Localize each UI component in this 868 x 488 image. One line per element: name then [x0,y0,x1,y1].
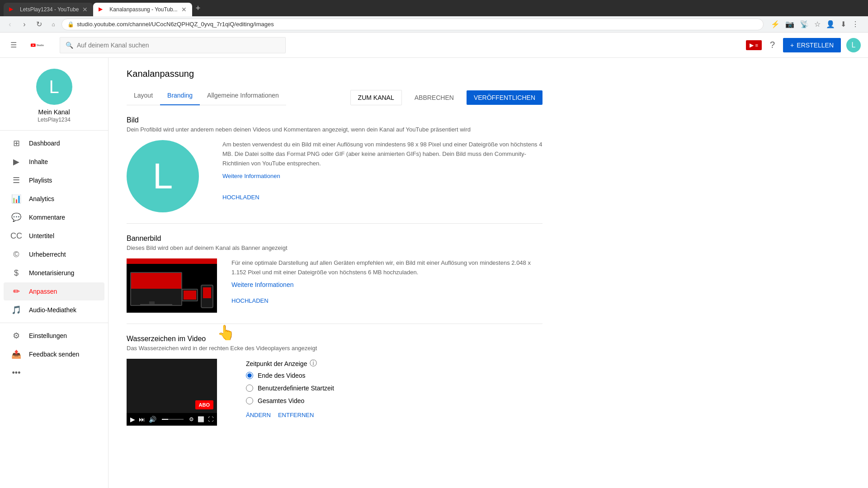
radio-benutzerdefiniert[interactable] [246,385,253,392]
back-button[interactable]: ‹ [4,18,16,31]
sidebar-item-inhalte[interactable]: ▶ Inhalte [4,153,104,171]
tab1-title: LetsPlay1234 - YouTube [20,6,79,13]
tab1-close[interactable]: ✕ [82,6,88,13]
menu-button[interactable]: ⋮ [850,18,861,30]
zum-kanal-button[interactable]: ZUM KANAL [350,90,402,105]
sidebar-item-audio[interactable]: 🎵 Audio-Mediathek [4,301,104,319]
sidebar-item-feedback[interactable]: 📤 Feedback senden [4,345,104,363]
bild-section: Bild Dein Profibild wird unter anderem n… [127,116,542,212]
hamburger-menu[interactable]: ☰ [7,39,20,52]
tab2-title: Kanalanpassung - YouTub... [109,6,177,13]
erstellen-label: ERSTELLEN [797,42,834,49]
content-area: Kanalanpassung Layout Branding Allgemein… [108,58,561,488]
bild-content: L Am besten verwendest du ein Bild mit e… [127,140,542,212]
sidebar-item-label-audio: Audio-Mediathek [29,306,76,314]
veroeffentlichen-button[interactable]: VERÖFFENTLICHEN [467,90,542,105]
sidebar-item-label-urheberrecht: Urheberrecht [29,251,66,258]
tab2-close[interactable]: ✕ [181,6,187,13]
wasserzeichen-actions: ÄNDERN ENTFERNEN [246,412,542,418]
entfernen-button[interactable]: ENTFERNEN [278,412,314,418]
banner-info-text: Für eine optimale Darstellung auf allen … [231,258,542,277]
banner-content: Für eine optimale Darstellung auf allen … [127,258,542,313]
video-skip-icon[interactable]: ⏭ [139,416,145,423]
sidebar-item-label-monetarisierung: Monetarisierung [29,269,74,277]
radio-ende-label: Ende des Videos [258,372,306,379]
download-button[interactable]: ⬇ [839,18,848,30]
browser-actions: ⚡ 📷 📡 ☆ 👤 ⬇ ⋮ [765,18,864,30]
video-settings-icon[interactable]: ⚙ [189,416,194,422]
radio-option-benutzerdefiniert[interactable]: Benutzerdefinierte Startzeit [246,385,542,392]
banner-upload-button[interactable]: HOCHLADEN [231,297,269,304]
channel-avatar-letter: L [49,77,59,97]
nav-divider-top [0,130,108,131]
aendern-button[interactable]: ÄNDERN [246,412,271,418]
sidebar-item-einstellungen[interactable]: ⚙ Einstellungen [4,327,104,345]
more-icon: ••• [11,367,22,378]
cast-button[interactable]: 📡 [798,18,811,30]
sidebar-item-urheberrecht[interactable]: © Urheberrecht [4,245,104,263]
avatar-letter: L [852,41,856,49]
wasserzeichen-title: Wasserzeichen im Video [127,335,542,343]
video-play-icon[interactable]: ▶ [130,416,135,423]
bild-upload-button[interactable]: HOCHLADEN [222,194,259,201]
sidebar-item-more[interactable]: ••• [4,364,104,382]
banner-more-link[interactable]: Weitere Informationen [231,281,293,288]
yt-logo: Studio [31,40,45,50]
new-tab-button[interactable]: + [192,4,204,13]
money-icon: $ [11,267,22,278]
user-avatar[interactable]: L [846,38,861,52]
timing-info-icon[interactable]: ⓘ [310,359,317,368]
sidebar-item-label-inhalte: Inhalte [29,158,48,165]
wasserzeichen-section: Wasserzeichen im Video Das Wasserzeichen… [127,335,542,426]
sidebar-item-monetarisierung[interactable]: $ Monetarisierung [4,264,104,282]
browser-tab-1[interactable]: ▶ LetsPlay1234 - YouTube ✕ [4,3,93,16]
radio-ende[interactable] [246,372,253,379]
tab-branding[interactable]: Branding [160,86,200,105]
yt-app: ☰ Studio 🔍 ▶ ≡ ? + ERSTELLEN L [0,33,868,488]
sidebar-item-analytics[interactable]: 📊 Analytics [4,190,104,208]
banner-preview-mockup [127,258,217,313]
abbrechen-button[interactable]: ABBRECHEN [407,90,461,105]
radio-gesamtes[interactable] [246,397,253,404]
video-icon: ▶ [11,156,22,167]
youtube-logo-icon: Studio [31,40,45,50]
audio-icon: 🎵 [11,305,22,315]
video-volume-icon[interactable]: 🔊 [149,416,156,423]
bild-desc: Dein Profibild wird unter anderem neben … [127,126,542,133]
browser-tab-2[interactable]: ▶ Kanalanpassung - YouTub... ✕ [93,3,192,16]
svg-text:Studio: Studio [37,43,44,46]
camera-button[interactable]: 📷 [783,18,796,30]
video-fullscreen-icon[interactable]: ⛶ [208,416,213,422]
page-actions: ZUM KANAL ABBRECHEN VERÖFFENTLICHEN [350,90,542,105]
bild-info: Am besten verwendest du ein Bild mit ein… [222,140,542,201]
bookmark-button[interactable]: ☆ [812,18,822,30]
tab-layout[interactable]: Layout [127,86,160,105]
profile-button[interactable]: 👤 [824,18,837,30]
extensions-button[interactable]: ⚡ [769,18,782,30]
search-bar[interactable]: 🔍 [60,37,286,53]
video-theater-icon[interactable]: ⬜ [198,416,204,422]
copyright-icon: © [11,249,22,260]
forward-button[interactable]: › [18,18,31,31]
sidebar-item-playlists[interactable]: ☰ Playlists [4,171,104,189]
sidebar-item-label-dashboard: Dashboard [29,140,60,147]
sidebar-item-dashboard[interactable]: ⊞ Dashboard [4,134,104,152]
tab-allgemeine[interactable]: Allgemeine Informationen [200,86,286,105]
yt-tv-button[interactable]: ▶ ≡ [746,40,762,50]
search-input[interactable] [77,42,280,49]
radio-option-ende[interactable]: Ende des Videos [246,372,542,379]
erstellen-button[interactable]: + ERSTELLEN [783,38,841,52]
section-divider-1 [127,223,542,224]
search-icon: 🔍 [66,42,73,49]
address-bar[interactable]: 🔒 studio.youtube.com/channel/UCocN6zQPHQ… [61,19,764,30]
sidebar-item-anpassen[interactable]: ✏ Anpassen [4,282,104,300]
reload-button[interactable]: ↻ [33,18,45,31]
bild-more-link[interactable]: Weitere Informationen [222,173,280,179]
nav-divider-bottom [0,323,108,323]
radio-option-gesamtes[interactable]: Gesamtes Video [246,397,542,404]
analytics-icon: 📊 [11,193,22,204]
help-button[interactable]: ? [767,37,778,53]
sidebar-item-kommentare[interactable]: 💬 Kommentare [4,208,104,226]
home-button[interactable]: ⌂ [47,18,60,31]
sidebar-item-untertitel[interactable]: CC Untertitel [4,227,104,245]
